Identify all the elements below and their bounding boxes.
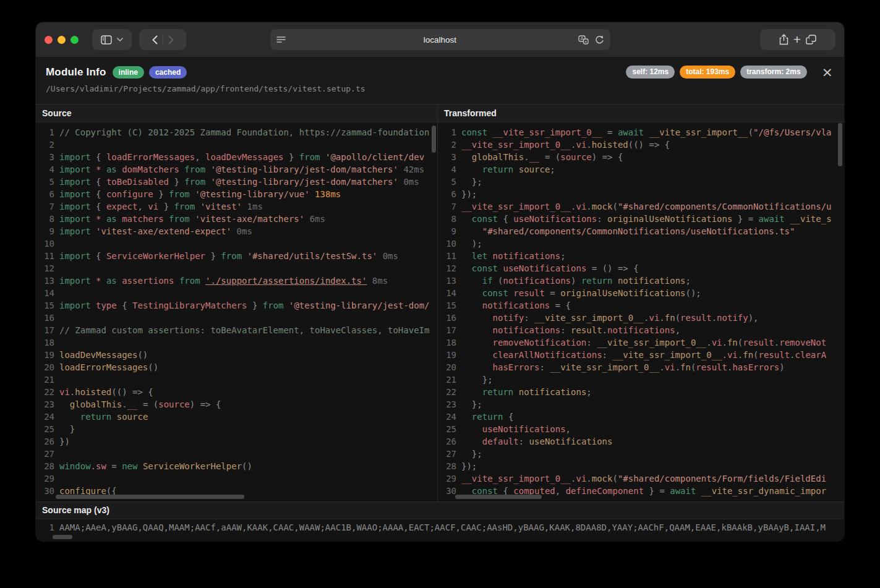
code-line: 1const __vite_ssr_import_0__ = await __v… — [438, 126, 844, 138]
code-text: "#shared/components/CommonNotifications/… — [461, 225, 844, 237]
code-line: 14 — [36, 287, 437, 299]
code-line: 22vi.hoisted(() => { — [36, 386, 437, 398]
line-number: 6 — [438, 188, 456, 200]
code-line: 16 notify: __vite_ssr_import_0__.vi.fn(r… — [438, 312, 844, 324]
browser-window: localhost A a — [36, 22, 844, 541]
code-line: 20loadErrorMessages() — [36, 361, 437, 373]
transformed-horizontal-scrollbar[interactable] — [455, 495, 542, 499]
code-line: 2__vite_ssr_import_0__.vi.hoisted(() => … — [438, 138, 844, 151]
sourcemap-line: 1 AAMA;AAeA,yBAAG,QAAQ,MAAM;AACf,aAAW,KA… — [36, 519, 844, 534]
source-vertical-scrollbar[interactable] — [432, 126, 436, 153]
line-number: 7 — [438, 200, 456, 213]
line-number: 7 — [36, 200, 54, 213]
tab-overview-icon[interactable] — [806, 35, 816, 45]
code-text: import { loadErrorMessages, loadDevMessa… — [59, 151, 437, 163]
line-number: 20 — [36, 361, 54, 373]
code-line: 23 }; — [438, 398, 844, 411]
badge-cached: cached — [149, 66, 187, 79]
line-number: 2 — [36, 138, 54, 151]
code-line: 7__vite_ssr_import_0__.vi.mock("#shared/… — [438, 200, 844, 213]
code-text — [59, 448, 437, 460]
code-text: import 'vitest-axe/extend-expect' 0ms — [59, 225, 437, 237]
code-text: // Copyright (C) 2012-2025 Zammad Founda… — [59, 126, 437, 138]
transformed-vertical-scrollbar[interactable] — [838, 123, 842, 166]
reload-icon[interactable] — [595, 35, 604, 45]
line-number: 8 — [36, 213, 54, 225]
code-text: clearAllNotifications: __vite_ssr_import… — [461, 349, 844, 361]
sourcemap-mappings: AAMA;AAeA,yBAAG,QAAQ,MAAM;AACf,aAAW,KAAK… — [59, 521, 844, 534]
code-text: let notifications; — [461, 250, 844, 262]
code-text: import { toBeDisabled } from '@testing-l… — [59, 176, 437, 188]
code-line: 11import { ServiceWorkerHelper } from '#… — [36, 250, 437, 262]
line-number: 9 — [36, 225, 54, 237]
sidebar-toggle-button[interactable] — [92, 29, 132, 50]
address-bar[interactable]: localhost A a — [270, 29, 610, 50]
line-number: 27 — [438, 448, 456, 460]
line-number: 17 — [36, 324, 54, 336]
code-text: notify: __vite_ssr_import_0__.vi.fn(resu… — [461, 312, 844, 324]
url-text[interactable]: localhost — [270, 35, 610, 45]
code-text: }; — [461, 373, 844, 386]
code-line: 29__vite_ssr_import_0__.vi.mock("#shared… — [438, 472, 844, 485]
code-line: 24 return { — [438, 411, 844, 423]
code-text: return source — [59, 411, 437, 423]
line-number: 10 — [438, 237, 456, 250]
code-text — [59, 262, 437, 275]
line-number: 25 — [36, 423, 54, 435]
line-number: 15 — [438, 299, 456, 312]
source-code: 1// Copyright (C) 2012-2025 Zammad Found… — [36, 122, 437, 497]
code-line: 9 "#shared/components/CommonNotification… — [438, 225, 844, 237]
line-number: 22 — [438, 386, 456, 398]
minimize-window-button[interactable] — [58, 36, 66, 44]
code-line: 28}); — [438, 460, 844, 472]
code-text — [59, 373, 437, 386]
sourcemap-horizontal-scrollbar[interactable] — [53, 535, 72, 539]
transformed-pane: Transformed 1const __vite_ssr_import_0__… — [438, 104, 844, 501]
code-line: 15import type { TestingLibraryMatchers }… — [36, 299, 437, 312]
line-number: 1 — [36, 521, 54, 534]
browser-toolbar: localhost A a — [36, 22, 844, 58]
module-file-path: /Users/vladimir/Projects/zammad/app/fron… — [46, 84, 834, 93]
code-text: const result = originalUseNotifications(… — [461, 287, 844, 299]
code-line: 9import 'vitest-axe/extend-expect' 0ms — [36, 225, 437, 237]
code-text: __vite_ssr_import_0__.vi.hoisted(() => { — [461, 138, 844, 151]
line-number: 11 — [36, 250, 54, 262]
code-line: 13import * as assertions from './support… — [36, 275, 437, 287]
line-number: 4 — [438, 163, 456, 176]
source-horizontal-scrollbar[interactable] — [56, 495, 244, 499]
code-text — [59, 138, 437, 151]
line-number: 8 — [438, 213, 456, 225]
code-text: hasErrors: __vite_ssr_import_0__.vi.fn(r… — [461, 361, 844, 373]
translate-icon[interactable]: A a — [578, 35, 589, 45]
code-text — [59, 237, 437, 250]
line-number: 4 — [36, 163, 54, 176]
code-line: 21 }; — [438, 373, 844, 386]
code-text: if (notifications) return notifications; — [461, 275, 844, 287]
code-text: }; — [461, 398, 844, 411]
line-number: 1 — [438, 126, 456, 138]
line-number: 16 — [36, 312, 54, 324]
code-line: 25 useNotifications, — [438, 423, 844, 435]
zoom-window-button[interactable] — [70, 36, 79, 44]
new-tab-button[interactable]: + — [793, 33, 801, 46]
forward-button[interactable] — [168, 35, 174, 45]
line-number: 27 — [36, 448, 54, 460]
line-number: 28 — [36, 460, 54, 472]
line-number: 13 — [36, 275, 54, 287]
code-line: 3import { loadErrorMessages, loadDevMess… — [36, 151, 437, 163]
code-line: 8 const { useNotifications: originalUseN… — [438, 213, 844, 225]
back-button[interactable] — [152, 35, 158, 45]
code-text: __vite_ssr_import_0__.vi.mock("#shared/c… — [461, 200, 844, 213]
code-line: 6import { configure } from '@testing-lib… — [36, 188, 437, 200]
share-icon[interactable] — [779, 34, 788, 45]
code-line: 5import { toBeDisabled } from '@testing-… — [36, 176, 437, 188]
line-number: 29 — [36, 472, 54, 485]
close-panel-button[interactable]: × — [821, 66, 834, 79]
line-number: 1 — [36, 126, 54, 138]
line-number: 25 — [438, 423, 456, 435]
code-text: globalThis.__ = (source) => { — [461, 151, 844, 163]
line-number: 14 — [36, 287, 54, 299]
close-window-button[interactable] — [45, 36, 53, 44]
code-line: 7import { expect, vi } from 'vitest' 1ms — [36, 200, 437, 213]
code-line: 15 notifications = { — [438, 299, 844, 312]
